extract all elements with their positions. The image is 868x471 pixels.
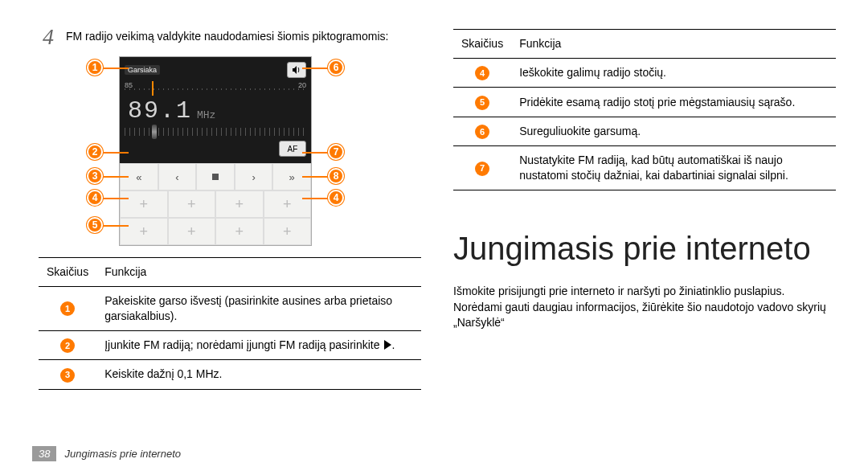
page-number: 38 [32, 446, 56, 461]
table-row: 6 Sureguliuokite garsumą. [453, 117, 836, 145]
step-fwd-icon: › [235, 163, 273, 190]
callout-7: 7 [328, 144, 344, 160]
tune-controls: « ‹ › » [120, 163, 311, 190]
section-name: Jungimasis prie interneto [64, 448, 181, 460]
col-number: Skaičius [453, 30, 511, 59]
col-function: Funkcija [96, 258, 421, 287]
col-function: Funkcija [511, 30, 836, 59]
volume-icon [287, 62, 306, 78]
table-row: 2 Įjunkite FM radiją; norėdami įjungti F… [39, 330, 421, 359]
preset-row-1: + + + + [120, 190, 311, 218]
col-number: Skaičius [39, 258, 96, 287]
function-table-a: Skaičius Funkcija 1 Pakeiskite garso išv… [39, 257, 421, 390]
page-footer: 38 Jungimasis prie interneto [32, 446, 181, 461]
af-button: AF [279, 141, 306, 157]
function-table-b: Skaičius Funkcija 4 Ieškokite galimų rad… [453, 29, 836, 190]
step-number: 4 [39, 26, 58, 48]
frequency-value: 89.1 [128, 97, 192, 125]
table-row: 4 Ieškokite galimų radijo stočių. [453, 58, 836, 87]
table-row: 3 Keiskite dažnį 0,1 MHz. [39, 360, 421, 389]
step-4: 4 FM radijo veikimą valdykite naudodamie… [39, 26, 421, 48]
callout-1: 1 [87, 59, 103, 76]
intro-text: Išmokite prisijungti prie interneto ir n… [453, 284, 836, 331]
callout-8: 8 [328, 168, 344, 184]
step-text: FM radijo veikimą valdykite naudodamiesi… [66, 26, 388, 44]
callout-4r: 4 [328, 190, 344, 206]
callout-3: 3 [87, 168, 103, 184]
table-row: 7 Nustatykite FM radiją, kad būtų automa… [453, 146, 836, 190]
preset-row-2: + + + + [120, 218, 311, 245]
callout-4: 4 [87, 190, 103, 206]
stop-icon [196, 163, 235, 190]
step-back-icon: ‹ [158, 163, 197, 190]
page-title: Jungimasis prie interneto [453, 231, 836, 266]
radio-illustration: 1 2 3 4 5 6 7 8 4 Garsiaka 852 [87, 56, 344, 246]
output-label: Garsiaka [125, 65, 160, 75]
callout-6: 6 [328, 59, 344, 76]
frequency-unit: MHz [197, 109, 215, 125]
callout-2: 2 [87, 144, 103, 160]
table-row: 5 Pridėkite esamą radijo stotį prie mėgs… [453, 88, 836, 117]
table-row: 1 Pakeiskite garso išvestį (pasirinkite … [39, 286, 421, 330]
callout-5: 5 [87, 217, 103, 233]
play-icon [384, 340, 391, 350]
